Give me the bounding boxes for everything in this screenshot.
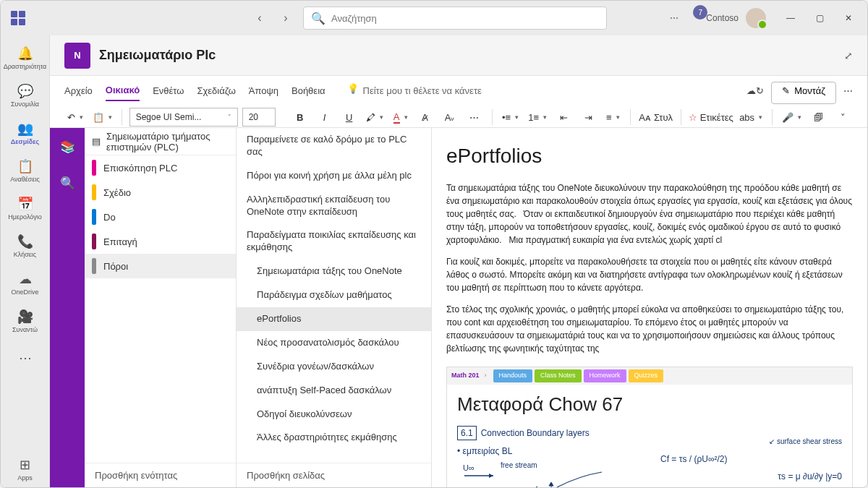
- rail-item-2[interactable]: 👥Δεσμίδες: [4, 115, 47, 151]
- highlight-button[interactable]: 🖍▾: [364, 107, 386, 127]
- italic-button[interactable]: I: [315, 107, 335, 127]
- sync-icon[interactable]: ☁↻: [746, 85, 764, 100]
- title-bar: ‹ › 🔍 ⋯ 7 Contoso — ▢ ✕: [1, 1, 867, 35]
- svg-text:free stream: free stream: [501, 461, 537, 469]
- window-minimize-button[interactable]: —: [778, 8, 804, 28]
- format-painter-button[interactable]: Aᵥ: [440, 107, 460, 127]
- section-item[interactable]: Πόροι: [85, 254, 236, 278]
- clear-format-button[interactable]: A̷: [415, 107, 435, 127]
- section-item[interactable]: Επιταγή: [85, 229, 236, 254]
- ribbon-tab-Ενθέτω[interactable]: Ενθέτω: [153, 85, 184, 100]
- page-item[interactable]: Σημειωματάρια τάξης του OneNote: [237, 260, 431, 283]
- embedded-nb-name: Math 201: [451, 371, 480, 381]
- add-section-button[interactable]: Προσθήκη ενότητας: [85, 463, 236, 487]
- tell-me-input[interactable]: 💡 Πείτε μου τι θέλετε να κάνετε: [347, 83, 482, 103]
- page-item[interactable]: ePortfolios: [237, 307, 431, 331]
- embedded-tab: Class Notes: [535, 369, 582, 382]
- rail-item-6[interactable]: ☁OneDrive: [4, 265, 47, 301]
- outdent-button[interactable]: ⇤: [553, 107, 574, 127]
- nav-back-button[interactable]: ‹: [248, 7, 271, 30]
- handwriting-region: 6.1Convection Boundary layers • εμπειρία…: [447, 419, 852, 487]
- rail-icon: 📞: [17, 234, 33, 249]
- dictate-button[interactable]: 🎤▾: [780, 107, 804, 127]
- editing-mode-button[interactable]: ✎Μοντάζ: [771, 82, 836, 104]
- ribbon-tab-Άποψη[interactable]: Άποψη: [249, 85, 278, 100]
- page-item[interactable]: Αλληλεπιδραστική εκπαίδευση του OneNote …: [237, 188, 431, 224]
- rail-item-3[interactable]: 📋Αναθέσεις: [4, 153, 47, 189]
- sketch-boundary-layer: U∞ free stream δ where u=0.99U∞: [457, 458, 616, 487]
- page-item[interactable]: Άλλες δραστηριότητες εκμάθησης: [237, 426, 431, 450]
- nav-forward-button[interactable]: ›: [274, 7, 297, 30]
- tab-title: Σημειωματάριο Plc: [99, 48, 216, 63]
- bullets-button[interactable]: •≡▾: [499, 107, 521, 127]
- ribbon-more-icon[interactable]: ⋯: [843, 85, 853, 100]
- rail-apps[interactable]: ⊞ Apps: [4, 451, 47, 487]
- spell-button[interactable]: abs▾: [737, 107, 764, 127]
- rail-item-1[interactable]: 💬Συνομιλία: [4, 77, 47, 114]
- rail-item-4[interactable]: 📅Ημερολόγιο: [4, 190, 47, 226]
- page-paragraph[interactable]: Στο τέλος της σχολικής χρονιάς, ο μαθητή…: [446, 303, 853, 355]
- embedded-notebook-image: Math 201 › HandoutsClass NotesHomeworkQu…: [446, 367, 853, 487]
- ribbon-tab-Σχεδιάζω[interactable]: Σχεδιάζω: [197, 85, 235, 100]
- window-maximize-button[interactable]: ▢: [807, 8, 833, 28]
- rail-icon: 🎥: [17, 309, 33, 325]
- notebooks-icon[interactable]: 📚: [56, 135, 79, 158]
- page-paragraph[interactable]: Για κουίζ και δοκιμές, μπορείτε να παρακ…: [446, 255, 853, 294]
- search-notebook-icon[interactable]: 🔍: [56, 171, 79, 194]
- expand-icon[interactable]: ⤢: [844, 50, 853, 61]
- font-size-select[interactable]: 20: [242, 108, 276, 127]
- page-item[interactable]: Νέος προσανατολισμός δασκάλου: [237, 331, 431, 355]
- underline-button[interactable]: U: [339, 107, 359, 127]
- search-icon: 🔍: [311, 12, 326, 25]
- tags-button[interactable]: ☆Ετικέτες: [689, 107, 733, 127]
- section-item[interactable]: Επισκόπηση PLC: [85, 155, 236, 180]
- content-area: 📚 🔍 ▤ Σημειωματάριο τμήματος επιστημών (…: [50, 128, 867, 487]
- embedded-tab: Quizzes: [629, 369, 664, 382]
- more-icon[interactable]: ⋯: [670, 13, 678, 23]
- user-avatar[interactable]: [746, 8, 766, 28]
- toolbar-more-1[interactable]: ⋯: [464, 107, 485, 127]
- ribbon-tab-Οικιακό[interactable]: Οικιακό: [106, 85, 140, 101]
- page-paragraph[interactable]: Τα σημειωματάρια τάξης του OneNote διευκ…: [446, 181, 853, 247]
- font-color-button[interactable]: A▾: [391, 107, 411, 127]
- styles-button[interactable]: Aᴀ Στυλ: [638, 107, 673, 127]
- undo-button[interactable]: ↶▾: [64, 107, 85, 127]
- paste-button[interactable]: 📋▾: [90, 107, 114, 127]
- font-family-select[interactable]: Segoe UI Semi...˅: [129, 108, 238, 127]
- ribbon-tab-Βοήθεια[interactable]: Βοήθεια: [292, 85, 326, 100]
- feed-button[interactable]: 🗐: [808, 107, 828, 127]
- window-close-button[interactable]: ✕: [835, 8, 861, 28]
- rail-item-8[interactable]: ⋯: [4, 341, 47, 377]
- page-item[interactable]: Παράδειγμα σχεδίων μαθήματος: [237, 283, 431, 307]
- rail-item-0[interactable]: 🔔Δραστηριότητα: [4, 40, 47, 76]
- numbering-button[interactable]: 1≡▾: [526, 107, 550, 127]
- ribbon-tab-Αρχείο[interactable]: Αρχείο: [64, 85, 93, 100]
- page-title[interactable]: ePortfolios: [446, 141, 853, 171]
- toolbar-expand-icon[interactable]: ˅: [833, 107, 853, 127]
- notification-badge[interactable]: 7: [686, 11, 699, 25]
- search-box[interactable]: 🔍: [303, 7, 607, 30]
- page-item[interactable]: Οδηγοί διευκολύνσεων: [237, 403, 431, 427]
- rail-item-7[interactable]: 🎥Συναντώ: [4, 303, 47, 339]
- page-item[interactable]: ανάπτυξη Self-Paced δασκάλων: [237, 379, 431, 403]
- page-canvas[interactable]: ePortfolios Τα σημειωματάρια τάξης του O…: [432, 128, 867, 487]
- section-item[interactable]: Do: [85, 205, 236, 229]
- page-item[interactable]: Συνέδρια γονέων/δασκάλων: [237, 355, 431, 379]
- add-page-button[interactable]: Προσθήκη σελίδας: [237, 463, 431, 487]
- rail-item-5[interactable]: 📞Κλήσεις: [4, 228, 47, 264]
- notebook-header[interactable]: ▤ Σημειωματάριο τμήματος επιστημών (PLC): [85, 128, 236, 155]
- onenote-nav-bar: 📚 🔍: [50, 128, 85, 487]
- app-rail: 🔔Δραστηριότητα💬Συνομιλία👥Δεσμίδες📋Αναθέσ…: [1, 35, 50, 487]
- notebook-icon: ▤: [92, 136, 101, 147]
- section-item[interactable]: Σχέδιο: [85, 180, 236, 205]
- page-item[interactable]: Πόροι για κοινή χρήση με άλλα μέλη plc: [237, 164, 431, 188]
- page-item[interactable]: Παραδείγματα ποικιλίας εκπαίδευσης και ε…: [237, 223, 431, 260]
- section-list: ▤ Σημειωματάριο τμήματος επιστημών (PLC)…: [85, 128, 237, 487]
- page-item[interactable]: Παραμείνετε σε καλό δρόμο με το PLC σας: [237, 128, 431, 164]
- search-input[interactable]: [331, 13, 599, 24]
- pencil-icon: ✎: [782, 85, 790, 100]
- indent-button[interactable]: ⇥: [578, 107, 598, 127]
- bold-button[interactable]: B: [290, 107, 310, 127]
- lightbulb-icon: 💡: [347, 83, 359, 98]
- align-button[interactable]: ≡▾: [603, 107, 623, 127]
